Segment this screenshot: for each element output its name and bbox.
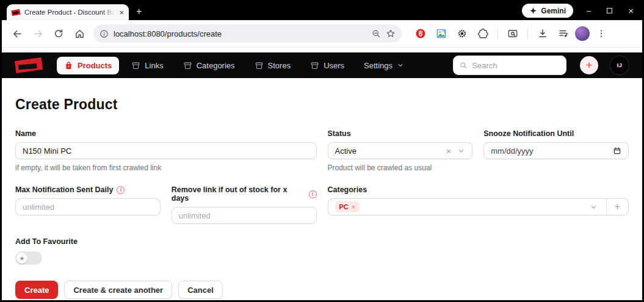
- browser-menu-icon[interactable]: [592, 24, 610, 43]
- create-button[interactable]: Create: [15, 281, 58, 299]
- info-tooltip-icon[interactable]: i: [309, 190, 317, 198]
- browser-window: Create Product - Discount Band × + Gemin…: [0, 0, 644, 302]
- remove-link-input[interactable]: [179, 211, 309, 220]
- tab-title: Create Product - Discount Band: [24, 9, 115, 16]
- name-input[interactable]: [23, 146, 309, 156]
- remove-link-label: Remove link if out of stock for x days: [172, 185, 305, 203]
- categories-select[interactable]: PC × +: [328, 198, 629, 215]
- tab-strip: Create Product - Discount Band × + Gemin…: [2, 2, 642, 20]
- nav-item-label: Users: [324, 61, 344, 70]
- remove-tag-icon[interactable]: ×: [352, 203, 355, 210]
- archive-box-icon: [310, 61, 319, 70]
- field-snooze: Snooze Notification Until mm/dd/yyyy: [483, 129, 629, 172]
- app-navbar: Products Links Categories Stores Users S…: [2, 52, 642, 78]
- cancel-button[interactable]: Cancel: [178, 281, 223, 299]
- date-placeholder: mm/dd/yyyy: [491, 146, 533, 156]
- star-icon: ★: [16, 253, 27, 264]
- url-text[interactable]: localhost:8080/products/create: [114, 29, 367, 38]
- gemini-label: Gemini: [541, 7, 566, 15]
- create-another-button[interactable]: Create & create another: [64, 281, 172, 299]
- field-name: Name if empty, it will be taken from fir…: [15, 129, 317, 172]
- forward-icon: [33, 29, 43, 39]
- zoom-icon[interactable]: [372, 29, 381, 38]
- max-daily-label: Max Notification Sent Daily: [15, 185, 113, 194]
- category-tag-label: PC: [339, 203, 349, 210]
- nav-item-products[interactable]: Products: [57, 57, 119, 74]
- maximize-icon: [607, 8, 612, 13]
- bookmark-star-icon[interactable]: [386, 29, 396, 38]
- gear-extension-icon[interactable]: [453, 24, 471, 43]
- snooze-label: Snooze Notification Until: [483, 129, 629, 138]
- close-tab-icon[interactable]: ×: [119, 9, 124, 16]
- status-select[interactable]: Active ×: [328, 142, 473, 159]
- status-label: Status: [328, 129, 473, 138]
- user-avatar[interactable]: IJ: [610, 56, 629, 74]
- form-actions: Create Create & create another Cancel: [15, 281, 629, 299]
- favourite-label: Add To Favourite: [15, 237, 629, 246]
- shopping-bag-icon: [64, 61, 73, 70]
- adblock-extension-icon[interactable]: [411, 24, 430, 43]
- browser-profile-avatar[interactable]: [575, 26, 590, 41]
- site-info-icon[interactable]: [99, 29, 109, 38]
- info-tooltip-icon[interactable]: i: [117, 186, 125, 194]
- page-search-icon[interactable]: [504, 24, 522, 43]
- nav-item-label: Products: [78, 61, 112, 70]
- quick-add-button[interactable]: +: [580, 56, 598, 74]
- nav-item-label: Stores: [268, 61, 291, 70]
- archive-box-icon: [255, 61, 264, 70]
- extensions-puzzle-icon[interactable]: [474, 24, 492, 43]
- home-icon: [74, 29, 85, 39]
- nav-item-categories[interactable]: Categories: [176, 57, 242, 74]
- address-bar[interactable]: localhost:8080/products/create: [93, 24, 402, 43]
- browser-tab[interactable]: Create Product - Discount Band ×: [7, 4, 129, 20]
- gemini-sparkle-icon: [529, 7, 537, 15]
- search-icon: [460, 61, 467, 70]
- nav-item-links[interactable]: Links: [124, 57, 170, 74]
- nav-settings-dropdown[interactable]: Settings: [356, 57, 411, 74]
- categories-label: Categories: [328, 185, 629, 194]
- nav-item-users[interactable]: Users: [303, 57, 352, 74]
- archive-box-icon: [131, 61, 140, 70]
- settings-label: Settings: [364, 61, 393, 70]
- field-status: Status Active × Product will be crawled …: [328, 129, 473, 172]
- remove-link-input-wrapper: [172, 207, 317, 224]
- site-favicon-icon: [11, 9, 20, 15]
- gemini-button[interactable]: Gemini: [522, 4, 573, 18]
- calendar-icon[interactable]: [613, 146, 621, 155]
- downloads-button[interactable]: [534, 24, 552, 43]
- name-helper: if empty, it will be taken from first cr…: [15, 164, 317, 172]
- close-button[interactable]: ×: [628, 5, 634, 16]
- status-value: Active: [335, 146, 356, 156]
- chevron-down-icon[interactable]: [457, 147, 465, 155]
- reload-button[interactable]: [49, 24, 68, 43]
- back-button[interactable]: [8, 24, 26, 43]
- maximize-button[interactable]: [607, 6, 612, 15]
- minimize-button[interactable]: –: [587, 6, 591, 15]
- nav-item-label: Categories: [197, 61, 235, 70]
- nav-item-stores[interactable]: Stores: [247, 57, 298, 74]
- download-icon: [537, 28, 548, 39]
- field-categories: Categories PC × +: [328, 185, 629, 224]
- app-logo[interactable]: [15, 57, 43, 73]
- max-daily-input[interactable]: [23, 203, 153, 212]
- field-favourite: Add To Favourite ★: [15, 237, 629, 265]
- snooze-date-input[interactable]: mm/dd/yyyy: [483, 142, 629, 159]
- forward-button[interactable]: [29, 24, 47, 43]
- status-clear-icon[interactable]: ×: [446, 146, 451, 156]
- media-list-icon[interactable]: [554, 24, 573, 43]
- add-category-button[interactable]: +: [606, 199, 628, 215]
- main-content: Create Product Name if empty, it will be…: [2, 78, 642, 300]
- home-button[interactable]: [70, 24, 89, 43]
- nav-item-label: Links: [145, 61, 163, 70]
- chevron-down-icon[interactable]: [590, 203, 598, 211]
- new-tab-button[interactable]: +: [136, 7, 142, 16]
- favourite-toggle[interactable]: ★: [15, 251, 42, 265]
- field-max-daily: Max Notification Sent Daily i: [15, 185, 161, 224]
- image-extension-icon[interactable]: [432, 24, 450, 43]
- name-input-wrapper: [15, 142, 317, 159]
- toolbar-divider: [527, 29, 528, 39]
- name-label: Name: [15, 129, 317, 138]
- global-search[interactable]: [453, 56, 566, 75]
- search-input[interactable]: [472, 61, 560, 70]
- toolbar-divider: [497, 29, 498, 39]
